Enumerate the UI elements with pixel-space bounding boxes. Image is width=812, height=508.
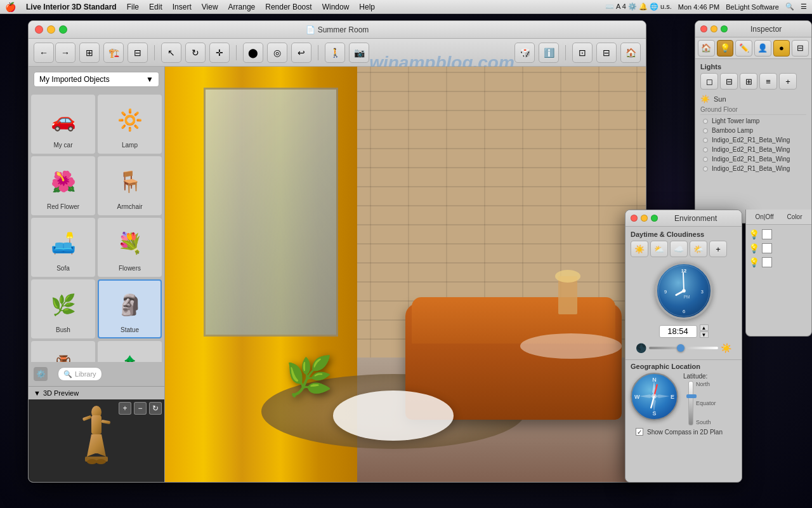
svg-point-6 bbox=[96, 459, 106, 464]
preview-collapse-icon[interactable]: ▼ bbox=[34, 389, 41, 397]
object-category-dropdown[interactable]: My Imported Objects ▼ bbox=[34, 72, 159, 87]
light-type-3[interactable]: ⊞ bbox=[740, 73, 757, 90]
object-item-my-car[interactable]: 🚗 My car bbox=[31, 95, 95, 154]
select-tool[interactable]: ↖ bbox=[161, 43, 181, 63]
light-type-4[interactable]: ≡ bbox=[759, 73, 777, 90]
preview-area: + − ↻ bbox=[29, 399, 164, 482]
time-decrement-button[interactable]: ▼ bbox=[700, 331, 709, 338]
light-item-indigo-4[interactable]: Indigo_Ed2_R1_Beta_Wing bbox=[700, 164, 806, 173]
camera-tool[interactable]: ◎ bbox=[267, 43, 287, 63]
walk-tool[interactable]: 🚶 bbox=[325, 43, 345, 63]
inspector-person-button[interactable]: 👤 bbox=[754, 40, 771, 57]
bush-icon: 🌿 bbox=[43, 284, 84, 325]
menu-arrange[interactable]: Arrange bbox=[228, 3, 256, 11]
light-item-bamboo-lamp[interactable]: Bamboo Lamp bbox=[700, 126, 806, 135]
circle-tool[interactable]: ⬤ bbox=[243, 43, 263, 63]
env-minimize-button[interactable] bbox=[641, 215, 648, 222]
inspector-close-button[interactable] bbox=[700, 25, 707, 32]
object-item-bush[interactable]: 🌿 Bush bbox=[31, 279, 95, 338]
light-dot-4 bbox=[703, 147, 708, 152]
day-type-1[interactable]: ☀️ bbox=[631, 241, 648, 257]
back-button[interactable]: ← bbox=[34, 43, 54, 63]
day-type-3[interactable]: ☁️ bbox=[670, 241, 688, 257]
home-button[interactable]: 🏠 bbox=[620, 43, 641, 63]
menu-window[interactable]: Window bbox=[322, 3, 350, 11]
time-increment-button[interactable]: ▲ bbox=[700, 324, 709, 331]
view-split-button[interactable]: ⊟ bbox=[596, 43, 617, 63]
daytime-label: Daytime & Cloudiness bbox=[631, 231, 737, 238]
zoom-out-button[interactable]: − bbox=[134, 402, 147, 415]
brightness-slider-track[interactable] bbox=[649, 347, 718, 349]
reset-view-button[interactable]: ↻ bbox=[149, 402, 162, 415]
apple-menu[interactable]: 🍎 bbox=[5, 2, 16, 12]
inspector-home-button[interactable]: 🏠 bbox=[698, 40, 715, 57]
object-item-vase[interactable]: 🏺 Vase bbox=[31, 341, 95, 362]
close-button[interactable] bbox=[35, 25, 43, 34]
show-compass-checkbox[interactable]: ✓ bbox=[636, 428, 643, 436]
sun-row[interactable]: ☀️ Sun bbox=[700, 93, 806, 105]
view-2d-button[interactable]: ⊡ bbox=[572, 43, 593, 63]
floor-plan-button[interactable]: ⊞ bbox=[79, 43, 100, 63]
3d-view-button[interactable]: 🏗️ bbox=[103, 43, 124, 63]
light-color-1[interactable] bbox=[762, 229, 772, 239]
light-item-indigo-1[interactable]: Indigo_Ed2_R1_Beta_Wing bbox=[700, 135, 806, 145]
object-item-flowers[interactable]: 💐 Flowers bbox=[98, 218, 162, 277]
menu-help[interactable]: Help bbox=[359, 3, 375, 11]
object-item-lamp[interactable]: 🔆 Lamp bbox=[98, 95, 162, 154]
light-color-2[interactable] bbox=[762, 243, 772, 253]
inspector-maximize-button[interactable] bbox=[721, 25, 728, 32]
object-item-statue[interactable]: 🗿 Statue bbox=[98, 279, 162, 338]
inspector-minimize-button[interactable] bbox=[710, 25, 717, 32]
rotate-tool[interactable]: ↻ bbox=[185, 43, 206, 63]
maximize-button[interactable] bbox=[59, 25, 67, 34]
render-button[interactable]: 🎲 bbox=[514, 43, 535, 63]
light-color-3[interactable] bbox=[762, 257, 772, 267]
menu-list-icon[interactable]: ☰ bbox=[801, 3, 807, 11]
inspector-color-button[interactable]: ● bbox=[773, 40, 790, 57]
info-button[interactable]: ℹ️ bbox=[539, 43, 559, 63]
inspector-grid-button[interactable]: ⊟ bbox=[792, 40, 809, 57]
sidebar-settings-row: ⚙️ 🔍 Library bbox=[29, 362, 164, 386]
screenshot-button[interactable]: 📷 bbox=[349, 43, 369, 63]
menu-insert[interactable]: Insert bbox=[173, 3, 192, 11]
geo-label: Geographic Location bbox=[631, 363, 737, 370]
light-item-tower-lamp[interactable]: Light Tower lamp bbox=[700, 116, 806, 126]
object-item-sofa[interactable]: 🛋️ Sofa bbox=[31, 218, 95, 277]
object-item-red-flower[interactable]: 🌺 Red Flower bbox=[31, 156, 95, 215]
day-type-2[interactable]: ⛅ bbox=[650, 241, 668, 257]
object-item-armchair[interactable]: 🪑 Armchair bbox=[98, 156, 162, 215]
zoom-in-button[interactable]: + bbox=[119, 402, 131, 415]
light-item-indigo-3[interactable]: Indigo_Ed2_R1_Beta_Wing bbox=[700, 154, 806, 164]
inspector-edit-button[interactable]: ✏️ bbox=[735, 40, 752, 57]
undo-button[interactable]: ↩ bbox=[291, 43, 311, 63]
light-type-2[interactable]: ⊟ bbox=[720, 73, 738, 90]
light-item-indigo-2[interactable]: Indigo_Ed2_R1_Beta_Wing bbox=[700, 145, 806, 154]
menu-file[interactable]: File bbox=[127, 3, 139, 11]
menu-edit[interactable]: Edit bbox=[149, 3, 162, 11]
env-close-button[interactable] bbox=[631, 215, 638, 222]
brightness-slider-thumb[interactable] bbox=[677, 344, 684, 352]
forward-button[interactable]: → bbox=[55, 43, 75, 63]
move-tool[interactable]: ✛ bbox=[209, 43, 230, 63]
env-maximize-button[interactable] bbox=[651, 215, 658, 222]
minimize-button[interactable] bbox=[47, 25, 55, 34]
day-type-4[interactable]: 🌤️ bbox=[690, 241, 707, 257]
inspector-light-button[interactable]: 💡 bbox=[717, 40, 734, 57]
menu-view[interactable]: View bbox=[202, 3, 218, 11]
light-dot-1 bbox=[703, 119, 708, 124]
light-add-button[interactable]: + bbox=[779, 73, 797, 90]
search-placeholder: Library bbox=[75, 370, 96, 378]
settings-gear-icon[interactable]: ⚙️ bbox=[34, 367, 48, 381]
menu-render[interactable]: Render Boost bbox=[265, 3, 311, 11]
compass-west-label: W bbox=[634, 394, 640, 400]
split-view-button[interactable]: ⊟ bbox=[128, 43, 148, 63]
latitude-slider[interactable] bbox=[688, 381, 693, 425]
time-input[interactable] bbox=[659, 325, 697, 338]
svg-marker-21 bbox=[639, 394, 653, 398]
latitude-slider-thumb[interactable] bbox=[686, 394, 697, 398]
object-item-great-tree[interactable]: 🌲 Great Tree bbox=[98, 341, 162, 362]
day-type-5[interactable]: + bbox=[709, 241, 727, 257]
menu-search-icon[interactable]: 🔍 bbox=[785, 3, 794, 11]
library-search[interactable]: 🔍 Library bbox=[58, 367, 102, 381]
light-type-1[interactable]: ◻ bbox=[700, 73, 718, 90]
